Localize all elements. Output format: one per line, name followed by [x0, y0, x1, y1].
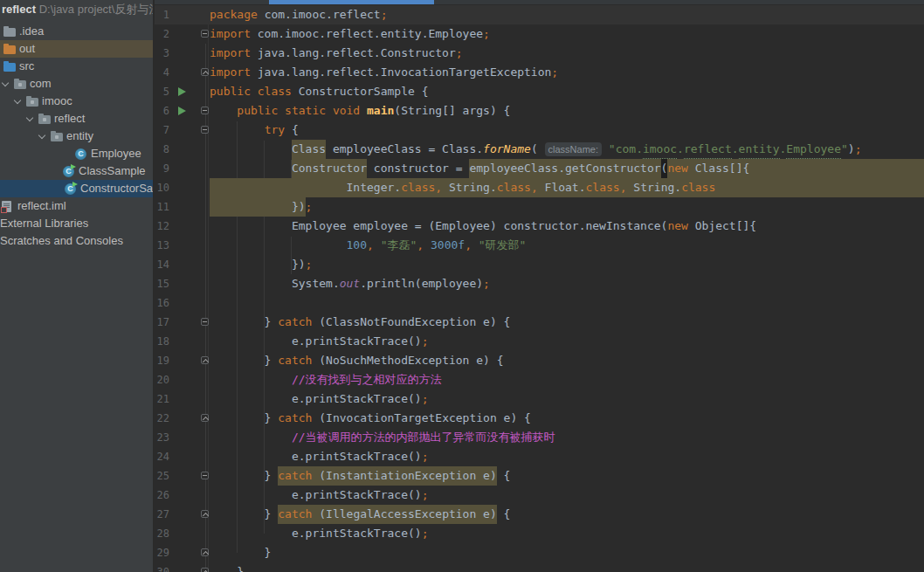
- tree-item-reflect-iml[interactable]: reflect.iml: [0, 197, 154, 215]
- code-line[interactable]: e.printStackTrace();: [210, 389, 924, 409]
- code-lines: 1package com.imooc.reflect;2import com.i…: [155, 5, 924, 572]
- tree-item-reflect[interactable]: reflect: [0, 110, 154, 127]
- line-number: 24: [155, 447, 169, 466]
- code-token: ,: [417, 236, 431, 255]
- code-token: (: [531, 140, 545, 159]
- line-number: 8: [155, 140, 169, 159]
- code-token: {: [497, 505, 511, 524]
- tree-item-constructorsample[interactable]: ConstructorSample: [0, 180, 154, 197]
- code-line[interactable]: package com.imooc.reflect;: [210, 5, 924, 24]
- code-token: ,: [367, 236, 381, 255]
- tree-item-entity[interactable]: entity: [0, 127, 154, 145]
- code-token: catch: [278, 351, 312, 370]
- tree-item-idea[interactable]: .idea: [0, 23, 154, 40]
- code-line[interactable]: Class employeeClass = Class.forName( cla…: [210, 140, 924, 159]
- chevron-down-icon[interactable]: [2, 79, 9, 86]
- editor-tab-strip: [155, 0, 924, 4]
- class-icon: [63, 166, 74, 177]
- tree-item-imooc[interactable]: imooc: [0, 93, 154, 110]
- chevron-down-icon[interactable]: [14, 97, 21, 104]
- gutter: 20: [155, 370, 210, 389]
- code-token: ": [841, 140, 848, 159]
- line-number: 1: [155, 5, 169, 24]
- tree-item-src[interactable]: src: [0, 58, 154, 75]
- code-row-6: 6 public static void main(String[] args)…: [155, 101, 924, 121]
- chevron-down-icon[interactable]: [26, 114, 33, 121]
- line-number: 13: [155, 236, 169, 255]
- code-editor[interactable]: 1package com.imooc.reflect;2import com.i…: [155, 0, 924, 572]
- tree-item-label: reflect.iml: [17, 197, 66, 215]
- code-line[interactable]: Integer.class, String.class, Float.class…: [210, 178, 924, 197]
- folder-icon: [3, 63, 16, 72]
- tree-item-classsample[interactable]: ClassSample: [0, 162, 154, 180]
- code-line[interactable]: } catch (InstantiationException e) {: [210, 466, 924, 486]
- code-line[interactable]: });: [210, 197, 924, 217]
- fold-end-icon[interactable]: [201, 414, 209, 422]
- gutter: 21: [155, 389, 210, 409]
- fold-end-icon[interactable]: [201, 548, 209, 556]
- tree-item-employee[interactable]: Employee: [0, 145, 154, 162]
- code-line[interactable]: //没有找到与之相对应的方法: [210, 370, 924, 389]
- code-line[interactable]: });: [210, 255, 924, 274]
- code-line[interactable]: import com.imooc.reflect.entity.Employee…: [210, 24, 924, 44]
- active-tab-indicator[interactable]: [269, 0, 434, 4]
- code-row-9: 9 Constructor constructor = employeeClas…: [155, 159, 924, 178]
- code-token: [210, 524, 292, 543]
- chevron-down-icon[interactable]: [38, 132, 45, 139]
- code-token: [210, 178, 347, 197]
- code-line[interactable]: System.out.println(employee);: [210, 274, 924, 293]
- code-token: [210, 101, 237, 121]
- code-token: }: [210, 409, 278, 428]
- fold-end-icon[interactable]: [201, 68, 209, 76]
- code-token: catch: [278, 409, 312, 428]
- fold-end-icon[interactable]: [201, 356, 209, 364]
- code-line[interactable]: [210, 293, 924, 313]
- fold-collapse-icon[interactable]: [201, 472, 209, 479]
- code-line[interactable]: Employee employee = (Employee) construct…: [210, 217, 924, 236]
- code-line[interactable]: 100, "李磊", 3000f, "研发部": [210, 236, 924, 255]
- code-line[interactable]: } catch (NoSuchMethodException e) {: [210, 351, 924, 370]
- code-line[interactable]: e.printStackTrace();: [210, 524, 924, 543]
- project-root-row[interactable]: reflect D:\java project\反射与注: [2, 2, 154, 17]
- code-line[interactable]: e.printStackTrace();: [210, 332, 924, 351]
- gutter: 9: [155, 159, 210, 178]
- code-line[interactable]: }: [210, 543, 924, 562]
- tree-item-com[interactable]: com: [0, 75, 154, 93]
- code-row-12: 12 Employee employee = (Employee) constr…: [155, 217, 924, 236]
- code-line[interactable]: }: [210, 562, 924, 572]
- tree-item-external-libraries[interactable]: External Libraries: [0, 215, 154, 232]
- code-token: import: [210, 44, 258, 63]
- gutter: 17: [155, 313, 210, 332]
- gutter: 5: [155, 82, 210, 101]
- code-line[interactable]: public static void main(String[] args) {: [210, 101, 924, 121]
- code-line[interactable]: } catch (ClassNotFoundException e) {: [210, 313, 924, 332]
- code-row-26: 26 e.printStackTrace();: [155, 486, 924, 505]
- code-token: [602, 140, 609, 159]
- code-line[interactable]: e.printStackTrace();: [210, 447, 924, 466]
- run-button-icon[interactable]: [178, 107, 186, 115]
- tree-item-scratches-and-consoles[interactable]: Scratches and Consoles: [0, 232, 154, 250]
- code-line[interactable]: } catch (InvocationTargetException e) {: [210, 409, 924, 428]
- tree-item-out[interactable]: out: [0, 40, 154, 58]
- run-button-icon[interactable]: [178, 87, 186, 96]
- fold-end-icon[interactable]: [201, 510, 209, 518]
- code-line[interactable]: } catch (IllegalAccessException e) {: [210, 505, 924, 524]
- selection-fill: [749, 159, 924, 178]
- fold-end-icon[interactable]: [201, 568, 209, 572]
- code-line[interactable]: import java.lang.reflect.InvocationTarge…: [210, 63, 924, 82]
- code-row-19: 19 } catch (NoSuchMethodException e) {: [155, 351, 924, 370]
- tree-item-label: ClassSample: [79, 162, 146, 180]
- fold-collapse-icon[interactable]: [201, 318, 209, 326]
- code-line[interactable]: public class ConstructorSample {: [210, 82, 924, 101]
- fold-collapse-icon[interactable]: [201, 30, 209, 38]
- gutter: 30: [155, 562, 210, 572]
- fold-collapse-icon[interactable]: [201, 107, 209, 114]
- code-token: }: [210, 351, 278, 370]
- code-line[interactable]: //当被调用的方法的内部抛出了异常而没有被捕获时: [210, 428, 924, 447]
- code-line[interactable]: import java.lang.reflect.Constructor;: [210, 44, 924, 63]
- code-line[interactable]: try {: [210, 121, 924, 140]
- code-line[interactable]: Constructor constructor = employeeClass.…: [210, 159, 924, 178]
- fold-collapse-icon[interactable]: [201, 126, 209, 134]
- code-token: imooc: [643, 140, 677, 159]
- code-line[interactable]: e.printStackTrace();: [210, 486, 924, 505]
